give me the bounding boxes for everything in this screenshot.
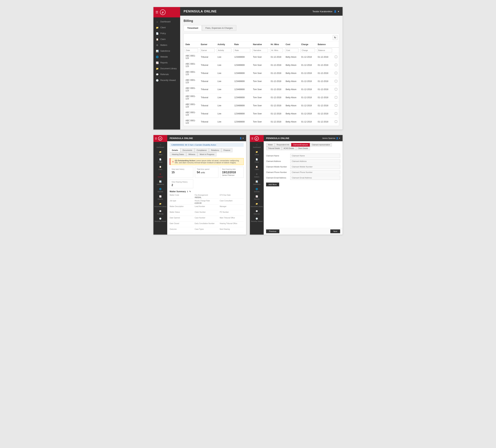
sub-tab-finance[interactable]: Finance	[221, 148, 232, 152]
matter-tab-claimant-employee[interactable]: Claimant/Employee	[291, 143, 310, 147]
cell-checkbox[interactable]	[333, 53, 339, 61]
sub-tab-witness[interactable]: Witness	[186, 152, 197, 156]
bottom-right-dropdown-icon[interactable]: ▾	[339, 137, 340, 139]
bottom-left-nav-doc-library[interactable]: 📁 Document Library	[154, 201, 167, 209]
sidebar-item-recently-viewed[interactable]: 🕐 Recently Viewed	[154, 77, 180, 83]
form-input-claimant-name[interactable]	[290, 154, 340, 158]
cell-activity: Live	[216, 53, 232, 61]
cell-checkbox[interactable]	[333, 69, 339, 77]
bottom-right-nav-referrals[interactable]: 💬 Referrals	[250, 209, 264, 216]
matter-summary-info-icon[interactable]: ℹ	[187, 190, 188, 193]
sub-tab-hearing-dates[interactable]: Hearing Dates	[170, 152, 186, 156]
matter-tab-respondent-info[interactable]: Respondent Info	[275, 143, 291, 147]
cell-checkbox[interactable]	[333, 102, 339, 110]
filter-date[interactable]	[185, 48, 198, 52]
sidebar-item-reports[interactable]: 📈 Reports	[154, 60, 180, 66]
bottom-right-nav-reports[interactable]: 📈 Reports	[250, 194, 264, 201]
tab-fees-expenses[interactable]: Fees, Expenses & Charges	[202, 25, 236, 31]
recently-viewed-icon: 🕐	[156, 79, 159, 82]
bottom-right-nav-policy[interactable]: 📄 Policy	[250, 157, 264, 164]
filter-balance[interactable]	[317, 48, 332, 52]
form-input-claimant-email-address[interactable]	[290, 176, 340, 180]
cell-narrative: Tom Soer	[251, 69, 269, 77]
form-input-claimant-address[interactable]	[290, 159, 340, 163]
previous-button[interactable]: Previous	[266, 230, 279, 233]
sidebar-item-dashboard[interactable]: ⌂ Dashboard	[154, 19, 180, 25]
sidebar-item-salesforce[interactable]: 📊 Salesforce	[154, 48, 180, 54]
sidebar-item-matters[interactable]: ⚙ Matters	[154, 42, 180, 48]
bottom-left-nav-salesforce[interactable]: 📊 Salesforce	[154, 179, 167, 186]
cell-checkbox[interactable]	[333, 118, 339, 126]
bottom-left-nav-referrals[interactable]: 💬 Referrals	[154, 209, 167, 216]
cell-checkbox[interactable]	[333, 85, 339, 93]
form-input-claimant-mobile-number[interactable]	[290, 165, 340, 169]
filter-activity[interactable]	[217, 48, 232, 52]
row-checkbox[interactable]	[335, 88, 337, 91]
row-checkbox[interactable]	[335, 120, 337, 123]
bottom-left-nav-client[interactable]: 📁 Client	[154, 149, 167, 157]
bottom-right-nav-website[interactable]: 🌐 Website	[250, 186, 264, 194]
bottom-left-nav-policy[interactable]: 📄 Policy	[154, 157, 167, 164]
bottom-left-nav-dashboard[interactable]: ⌂ Dashboard	[154, 142, 167, 149]
sub-tab-documents[interactable]: Documents	[180, 148, 194, 152]
next-button[interactable]: Next	[330, 230, 340, 233]
cell-checkbox[interactable]	[333, 93, 339, 102]
bottom-right-hamburger-icon[interactable]: ☰	[251, 137, 253, 140]
bottom-left-nav-recently-viewed[interactable]: 🕐 Recently Viewed	[154, 216, 167, 223]
row-checkbox[interactable]	[335, 80, 337, 82]
form-input-claimant-phone-number[interactable]	[290, 170, 340, 174]
summary-label: Case Consultant	[220, 200, 244, 202]
bottom-left-dropdown-icon[interactable]: ▾	[243, 137, 244, 139]
sub-tab-compliance[interactable]: Compliance	[194, 148, 209, 152]
filter-earner[interactable]	[200, 48, 215, 52]
tab-timesheet[interactable]: Timesheet	[184, 25, 202, 31]
sub-tab-details[interactable]: Details	[170, 148, 180, 152]
bottom-right-nav-claim[interactable]: 📋 Claim	[250, 164, 264, 171]
bottom-left-nav-website[interactable]: 🌐 Website	[154, 186, 167, 194]
bottom-right-nav-salesforce[interactable]: 📊 Salesforce	[250, 179, 264, 186]
bottom-right-nav-recently-viewed[interactable]: 🕐 Recently Viewed	[250, 216, 264, 223]
matter-tab-matter[interactable]: Matter	[266, 143, 275, 147]
row-checkbox[interactable]	[335, 104, 337, 107]
matter-tab-claimant-representative[interactable]: Claimant representative	[310, 143, 332, 147]
matter-tab-tribunal-details[interactable]: Tribunal Details	[266, 147, 282, 150]
filter-charge[interactable]	[301, 48, 315, 52]
cell-checkbox[interactable]	[333, 77, 339, 85]
filter-rate[interactable]	[233, 48, 250, 52]
sidebar-item-claim[interactable]: 📋 Claim	[154, 36, 180, 42]
filter-cost[interactable]	[285, 48, 298, 52]
row-checkbox[interactable]	[335, 64, 337, 66]
sub-tab-work-in-progress[interactable]: Work In Progress	[197, 152, 217, 156]
bottom-right-nav-doc-library[interactable]: 📁 Document Library	[250, 201, 264, 209]
add-more-button[interactable]: Add More	[266, 183, 279, 186]
sub-tab-relations[interactable]: Relations	[209, 148, 221, 152]
bottom-left-hamburger-icon[interactable]: ☰	[155, 137, 157, 140]
row-checkbox[interactable]	[335, 96, 337, 98]
row-checkbox[interactable]	[335, 112, 337, 115]
form-label: Claimant Email Address	[266, 177, 290, 179]
matter-tab-client-details[interactable]: Client Details	[296, 147, 310, 150]
matter-tab-acas-details[interactable]: ACAS Details	[282, 147, 296, 150]
row-checkbox[interactable]	[335, 56, 337, 58]
row-checkbox[interactable]	[335, 72, 337, 74]
bottom-left-nav-matters[interactable]: ⚙ Matters	[154, 171, 167, 179]
filter-narrative[interactable]	[252, 48, 268, 52]
sidebar-item-client[interactable]: 📁 Client	[154, 25, 180, 31]
cell-checkbox[interactable]	[333, 110, 339, 118]
sidebar-item-referrals[interactable]: 💬 Referrals	[154, 72, 180, 77]
sidebar-item-policy[interactable]: 📄 Policy	[154, 31, 180, 36]
bottom-right-nav-matters[interactable]: ⚙ Matters	[250, 171, 264, 179]
cell-checkbox[interactable]	[333, 61, 339, 69]
bottom-right-nav-client[interactable]: 📁 Client	[250, 149, 264, 157]
hamburger-icon[interactable]: ☰	[155, 10, 158, 14]
cell-charge: 01-12-2018	[299, 77, 316, 85]
user-dropdown-icon[interactable]: ▾	[338, 10, 339, 13]
matter-summary-edit-icon[interactable]: ✎	[189, 190, 191, 193]
refresh-button[interactable]: ↻	[333, 35, 338, 40]
bottom-left-nav-reports[interactable]: 📈 Reports	[154, 194, 167, 201]
filter-hr-mins[interactable]	[270, 48, 283, 52]
bottom-left-nav-claim[interactable]: 📋 Claim	[154, 164, 167, 171]
bottom-right-nav-dashboard[interactable]: ⌂ Dashboard	[250, 142, 264, 149]
sidebar-item-website[interactable]: 🌐 Website	[154, 54, 180, 60]
sidebar-item-document-library[interactable]: 📁 Document Library	[154, 66, 180, 72]
